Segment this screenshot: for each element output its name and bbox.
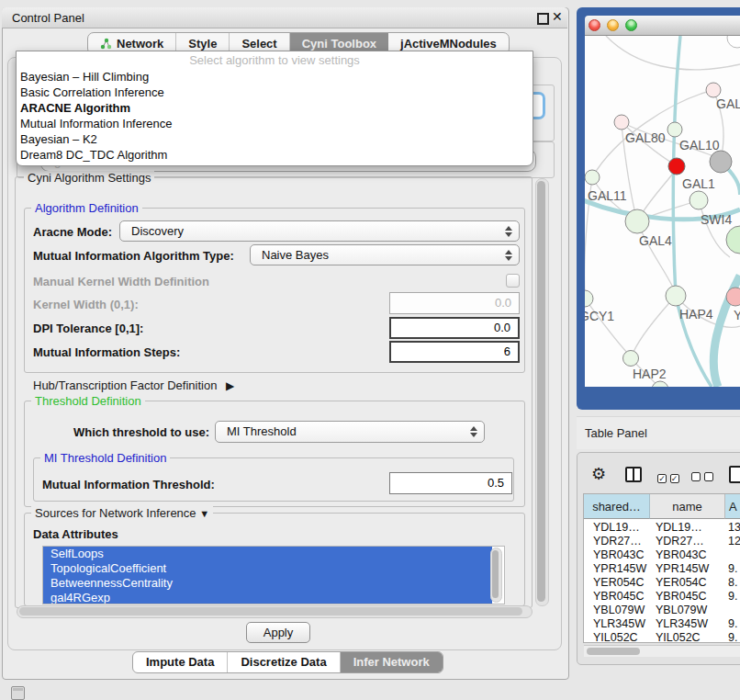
close-traffic-light-icon[interactable] [589,19,600,31]
table-row[interactable]: YER054CYER054C8. [584,576,740,590]
mi-threshold-field[interactable]: 0.5 [389,472,512,494]
aracne-mode-label: Aracne Mode: [33,225,112,239]
mi-type-label: Mutual Information Algorithm Type: [33,249,234,263]
hub-definition-toggle[interactable]: Hub/Transcription Factor Definition ▶ [33,378,234,392]
attribute-item[interactable]: SelfLoops [43,547,492,561]
attribute-item[interactable]: gal4RGexp [43,591,492,604]
apply-button[interactable]: Apply [246,622,310,643]
network-canvas[interactable]: GAL GAL80 GAL10 GAL11 GAL1 SWI4 GAL4 GCY… [585,36,740,387]
table-hscrollbar-thumb[interactable] [587,648,640,655]
algorithm-option-highlighted[interactable]: ARACNE Algorithm [17,100,533,116]
kernel-width-field[interactable]: 0.0 [389,292,520,314]
cyni-bottom-tabbar: Impute Data Discretize Data Infer Networ… [132,651,443,673]
table-row[interactable]: YBR045CYBR045C9. [584,590,740,604]
network-graph [585,36,740,387]
deselect-all-columns-icon[interactable] [691,470,713,484]
select-all-columns-icon[interactable]: ✓ ✓ [657,470,679,484]
cell-value: 9. [728,562,737,576]
table-hscrollbar[interactable] [584,645,740,657]
close-icon[interactable]: ✕ [552,9,563,24]
node-label: GAL80 [625,130,666,145]
node-label: GAL4 [639,233,672,248]
mi-type-combo[interactable]: Naive Bayes [250,244,520,265]
node-hap2[interactable] [623,351,639,367]
table-row[interactable]: YPR145WYPR145W9. [584,562,740,576]
settings-hscrollbar-thumb[interactable] [19,607,522,615]
cell-name: YPR145W [656,562,709,576]
cell-shared: YDR27… [593,535,642,548]
gear-icon[interactable]: ⚙ [591,466,606,482]
node-selected-red[interactable] [668,158,685,175]
settings-scrollbar-thumb[interactable] [537,181,545,602]
node-gal4[interactable] [625,209,649,233]
node-gal11[interactable] [585,170,600,185]
new-table-icon[interactable] [729,466,740,483]
network-icon [100,38,112,50]
sources-title[interactable]: Sources for Network Inference ▼ [31,506,213,520]
unchecked-box-icon [691,472,701,481]
node-table: shared… name A YDL19…YDL19…13 YDR27…YDR2… [583,493,740,643]
zoom-traffic-light-icon[interactable] [625,19,637,31]
cell-name: YLR345W [656,617,708,631]
algorithm-option[interactable]: Basic Correlation Inference [17,85,533,100]
manual-kernel-checkbox[interactable] [506,274,520,288]
table-row[interactable]: YBR043CYBR043C [584,548,740,562]
algorithm-option[interactable]: Dream8 DC_TDC Algorithm [17,147,533,163]
sources-title-label: Sources for Network Inference [35,506,196,520]
node-label: GAL1 [682,176,715,191]
attribute-item[interactable]: TopologicalCoefficient [43,561,492,576]
attributes-scrollbar-thumb[interactable] [492,550,499,598]
settings-scrollbar[interactable] [535,178,549,606]
algorithm-option[interactable]: Bayesian – Hill Climbing [17,69,533,85]
node-gray[interactable] [710,151,732,173]
node-unlabeled[interactable] [727,36,740,48]
column-header-shared[interactable]: shared… [584,494,650,519]
attributes-scrollbar[interactable] [490,548,502,603]
cell-value: 9. [728,617,737,631]
expand-right-icon: ▶ [226,379,234,392]
algorithm-option[interactable]: Bayesian – K2 [17,131,533,147]
tab-discretize-data-label: Discretize Data [241,655,326,669]
table-row[interactable]: YLR345WYLR345W9. [584,617,740,631]
minimized-window-icon[interactable] [11,686,25,700]
mi-steps-field[interactable]: 6 [389,341,520,363]
node-hap4[interactable] [666,286,686,306]
node-gal10[interactable] [667,122,682,137]
node-pink[interactable] [726,288,740,306]
table-row[interactable]: YDL19…YDL19…13 [584,521,740,535]
tab-infer-network[interactable]: Infer Network [341,652,443,672]
node-gal80[interactable] [614,115,629,130]
float-window-icon[interactable] [537,13,549,25]
column-header-cut[interactable]: A [725,494,740,519]
table-row[interactable]: YBL079WYBL079W [584,604,740,617]
mi-threshold-label: Mutual Information Threshold: [42,478,215,491]
tab-discretize-data[interactable]: Discretize Data [228,652,340,672]
algorithm-option[interactable]: Mutual Information Inference [17,116,533,131]
column-header-name[interactable]: name [650,494,725,519]
control-panel-titlebar[interactable] [2,7,567,28]
cell-value: 13 [728,521,740,535]
aracne-mode-combo[interactable]: Discovery [119,220,520,242]
settings-hscrollbar[interactable] [17,605,533,618]
expand-down-icon: ▼ [199,508,209,519]
which-threshold-label: Which threshold to use: [73,425,209,439]
node-gal-cut[interactable] [706,83,721,97]
node-gcy1[interactable] [585,290,593,307]
dpi-tolerance-field[interactable]: 0.0 [389,317,520,339]
dpi-tolerance-value: 0.0 [494,321,510,334]
table-row[interactable]: YDR27…YDR27…12 [584,535,740,548]
cell-name: YER054C [656,576,707,590]
node-gal1[interactable] [690,191,708,209]
cell-value: 9. [728,590,737,604]
minimize-traffic-light-icon[interactable] [607,19,619,31]
cell-shared: YBR045C [593,590,645,604]
node-swi4[interactable] [726,226,740,254]
attribute-item[interactable]: BetweennessCentrality [43,576,492,591]
which-threshold-value: MI Threshold [227,424,297,438]
manual-kernel-label: Manual Kernel Width Definition [33,275,209,288]
checked-box-icon: ✓ [657,474,667,483]
split-columns-icon[interactable] [625,467,642,482]
table-row[interactable]: YIL052CYIL052C9. [584,631,740,645]
tab-impute-data[interactable]: Impute Data [133,652,228,672]
which-threshold-combo[interactable]: MI Threshold [215,421,485,443]
